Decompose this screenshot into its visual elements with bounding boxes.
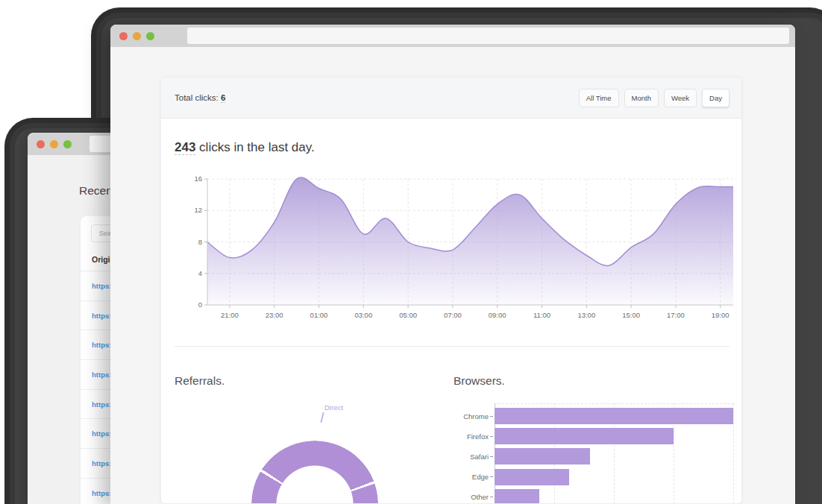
bar-chart-gridline — [733, 403, 734, 504]
bar-edge — [495, 469, 569, 485]
svg-text:05:00: 05:00 — [399, 311, 417, 319]
referrals-donut-chart — [251, 441, 378, 504]
bar-tick — [490, 476, 493, 477]
bar-label: Safari — [445, 453, 489, 461]
bar-tick — [490, 416, 493, 417]
traffic-lights — [119, 32, 154, 40]
front-browser-window: Total clicks: 6 All TimeMonthWeekDay 243… — [110, 25, 795, 504]
donut-label-leader-line — [320, 412, 324, 423]
card-header: Total clicks: 6 All TimeMonthWeekDay — [161, 78, 741, 119]
svg-text:13:00: 13:00 — [577, 311, 595, 319]
svg-text:12: 12 — [194, 206, 202, 214]
bar-other — [495, 489, 539, 504]
total-clicks-value: 6 — [221, 93, 225, 103]
svg-text:21:00: 21:00 — [221, 311, 239, 319]
browsers-heading: Browsers. — [454, 374, 505, 388]
svg-text:19:00: 19:00 — [712, 311, 730, 319]
referrals-heading: Referrals. — [175, 374, 225, 388]
clicks-count: 243 — [175, 140, 195, 155]
clicks-headline-text: clicks in the last day. — [195, 140, 314, 154]
bar-row-chrome: Chrome — [445, 408, 733, 424]
bar-label: Other — [445, 493, 489, 501]
svg-text:09:00: 09:00 — [489, 311, 506, 319]
address-bar[interactable] — [187, 28, 789, 44]
bar-row-firefox: Firefox — [445, 428, 674, 444]
clicks-headline: 243 clicks in the last day. — [175, 140, 315, 155]
range-button-all-time[interactable]: All Time — [579, 89, 619, 107]
svg-text:8: 8 — [198, 238, 202, 246]
close-button[interactable] — [119, 32, 128, 40]
minimize-button[interactable] — [133, 32, 141, 40]
svg-text:23:00: 23:00 — [266, 311, 283, 319]
total-clicks: Total clicks: 6 — [175, 93, 225, 102]
svg-text:15:00: 15:00 — [622, 311, 640, 319]
total-clicks-label: Total clicks: — [175, 93, 219, 102]
svg-text:0: 0 — [198, 300, 202, 309]
minimize-button[interactable] — [50, 140, 58, 148]
bar-row-edge: Edge — [445, 469, 569, 485]
front-window-titlebar — [110, 25, 795, 47]
svg-text:17:00: 17:00 — [667, 311, 685, 319]
svg-text:07:00: 07:00 — [444, 311, 462, 319]
bar-tick — [490, 497, 493, 497]
maximize-button[interactable] — [63, 140, 72, 148]
svg-text:4: 4 — [198, 269, 202, 277]
bar-safari — [495, 448, 590, 464]
bar-tick — [490, 436, 493, 437]
svg-text:03:00: 03:00 — [354, 311, 372, 319]
donut-segment-label: Direct — [324, 403, 343, 412]
svg-text:16: 16 — [194, 174, 202, 183]
svg-text:11:00: 11:00 — [533, 311, 550, 319]
time-range-buttons: All TimeMonthWeekDay — [579, 89, 730, 107]
bar-tick — [490, 456, 493, 457]
section-divider — [175, 346, 730, 347]
traffic-lights — [37, 140, 72, 148]
range-button-week[interactable]: Week — [664, 89, 697, 107]
browsers-bar-chart: ChromeFirefoxSafariEdgeOther — [445, 403, 741, 504]
bar-row-safari: Safari — [445, 448, 590, 464]
range-button-month[interactable]: Month — [624, 89, 659, 107]
referrals-donut-wrap — [251, 441, 378, 504]
bar-firefox — [495, 428, 674, 444]
range-button-day[interactable]: Day — [702, 89, 730, 107]
bar-label: Firefox — [445, 432, 489, 441]
svg-text:01:00: 01:00 — [310, 311, 328, 319]
maximize-button[interactable] — [146, 32, 154, 40]
bar-label: Edge — [445, 473, 489, 481]
bar-label: Chrome — [445, 412, 489, 420]
bar-chrome — [495, 408, 733, 424]
bar-row-other: Other — [445, 489, 539, 504]
clicks-area-chart: 21:0023:0001:0003:0005:0007:0009:0011:00… — [189, 174, 741, 325]
close-button[interactable] — [37, 140, 45, 148]
analytics-dashboard-card: Total clicks: 6 All TimeMonthWeekDay 243… — [160, 77, 742, 504]
